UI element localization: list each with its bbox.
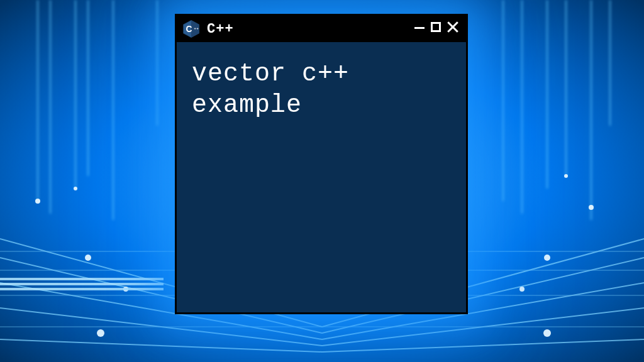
svg-rect-39 [0,288,164,290]
svg-point-34 [543,329,551,337]
window-title: C++ [207,21,408,37]
window-controls [414,21,461,36]
terminal-window: C + + C++ vector c++ example [175,14,468,314]
svg-point-30 [544,255,550,261]
svg-point-32 [589,205,594,210]
terminal-content: vector c++ example [177,42,466,138]
svg-text:+: + [194,26,196,30]
maximize-button[interactable] [431,22,441,36]
svg-point-35 [74,187,77,190]
svg-point-29 [35,199,40,204]
svg-rect-38 [0,283,164,285]
svg-point-31 [519,287,525,292]
svg-text:+: + [197,26,199,30]
svg-point-36 [564,174,568,178]
svg-point-27 [85,255,91,261]
cpp-logo-icon: C + + [182,19,201,38]
close-button[interactable] [447,21,458,36]
titlebar[interactable]: C + + C++ [177,16,466,42]
minimize-button[interactable] [414,22,425,36]
svg-rect-37 [0,278,164,280]
svg-text:C: C [186,25,192,34]
svg-point-33 [97,329,104,337]
